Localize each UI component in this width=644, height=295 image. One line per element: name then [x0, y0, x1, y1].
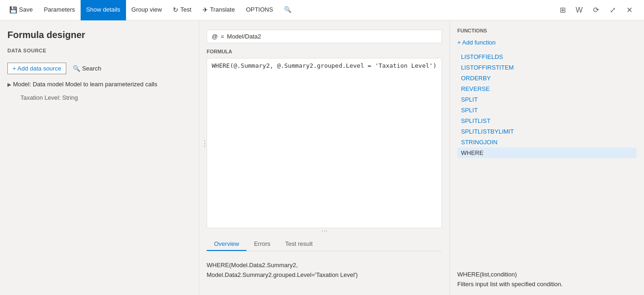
- tree-root-label: Model: Data model Model to learn paramet…: [13, 81, 157, 88]
- toolbar-save[interactable]: 💾 Save: [4, 0, 38, 20]
- tree-toggle-icon[interactable]: ▶: [7, 82, 11, 88]
- function-item-split2[interactable]: SPLIT: [457, 105, 637, 115]
- toolbar-translate[interactable]: ✈ Translate: [197, 0, 240, 20]
- page-title: Formula designer: [7, 30, 191, 40]
- toolbar-options[interactable]: OPTIONS: [240, 0, 279, 20]
- tab-overview[interactable]: Overview: [207, 237, 246, 251]
- search-icon: 🔍: [73, 65, 80, 72]
- formula-result-line1: WHERE(Model.Data2.Summary2,: [207, 261, 442, 270]
- tabs-bar: Overview Errors Test result: [207, 237, 442, 251]
- function-item-stringjoin[interactable]: STRINGJOIN: [457, 137, 637, 148]
- function-item-where[interactable]: WHERE: [457, 148, 637, 158]
- formula-result: WHERE(Model.Data2.Summary2, Model.Data2.…: [207, 261, 442, 280]
- tree-child-label: Taxation Level: String: [20, 94, 78, 101]
- tab-overview-content: WHERE(Model.Data2.Summary2, Model.Data2.…: [207, 255, 442, 286]
- save-icon: 💾: [9, 6, 17, 13]
- toolbar-test[interactable]: ↻ Test: [167, 0, 197, 20]
- function-item-reverse[interactable]: REVERSE: [457, 83, 637, 94]
- translate-icon: ✈: [202, 6, 208, 13]
- toolbar-parameters-label: Parameters: [44, 6, 75, 13]
- toolbar-group-view-label: Group view: [132, 6, 162, 13]
- reload-icon[interactable]: ⟳: [588, 3, 603, 18]
- center-panel: @ = Model/Data2 FORMULA ⋮ ⋯ Overview Err…: [199, 20, 449, 295]
- toolbar: 💾 Save Parameters Show details Group vie…: [0, 0, 644, 20]
- search-label: Search: [82, 65, 101, 72]
- tab-test-result[interactable]: Test result: [278, 237, 320, 251]
- word-icon[interactable]: W: [572, 3, 587, 18]
- tree-root-item[interactable]: ▶ Model: Data model Model to learn param…: [7, 80, 191, 89]
- tree-child-item: Taxation Level: String: [7, 94, 191, 101]
- toolbar-right-icons: ⊞ W ⟳ ⤢ ✕: [555, 3, 640, 18]
- add-function-button[interactable]: + Add function: [457, 38, 637, 47]
- toolbar-options-label: OPTIONS: [246, 6, 273, 13]
- function-description: Filters input list with specified condit…: [457, 281, 637, 288]
- tab-errors[interactable]: Errors: [246, 237, 278, 251]
- right-panel: FUNCTIONS + Add function LISTOFFIELDS LI…: [449, 20, 644, 295]
- toolbar-save-label: Save: [19, 6, 33, 13]
- toolbar-show-details[interactable]: Show details: [81, 0, 126, 20]
- formula-section-label: FORMULA: [207, 49, 442, 54]
- toolbar-test-label: Test: [180, 6, 191, 13]
- main-content: Formula designer DATA SOURCE + Add data …: [0, 20, 644, 295]
- formula-bar-equals: =: [221, 33, 224, 40]
- toolbar-search[interactable]: 🔍: [278, 0, 297, 20]
- close-icon[interactable]: ✕: [622, 3, 637, 18]
- function-item-orderby[interactable]: ORDERBY: [457, 73, 637, 83]
- expand-icon[interactable]: ⤢: [605, 3, 620, 18]
- grid-icon[interactable]: ⊞: [555, 3, 570, 18]
- drag-handle-horizontal[interactable]: ⋯: [207, 228, 442, 234]
- function-item-splitlist[interactable]: SPLITLIST: [457, 115, 637, 126]
- add-datasource-button[interactable]: + Add data source: [7, 63, 66, 74]
- left-panel: Formula designer DATA SOURCE + Add data …: [0, 20, 199, 295]
- function-item-splitlistbylimit[interactable]: SPLITLISTBYLIMIT: [457, 126, 637, 137]
- function-signature: WHERE(list,condition): [457, 271, 637, 278]
- drag-handle-vertical[interactable]: ⋮: [201, 139, 208, 148]
- function-item-listoffields[interactable]: LISTOFFIELDS: [457, 51, 637, 62]
- datasource-toolbar: + Add data source 🔍 Search: [7, 63, 191, 74]
- formula-bar-prefix: @: [212, 33, 218, 40]
- datasource-section-label: DATA SOURCE: [7, 48, 191, 53]
- formula-bar: @ = Model/Data2: [207, 30, 442, 43]
- toolbar-translate-label: Translate: [210, 6, 235, 13]
- functions-section-label: FUNCTIONS: [457, 28, 637, 33]
- function-item-split1[interactable]: SPLIT: [457, 94, 637, 105]
- search-icon: 🔍: [284, 6, 291, 13]
- toolbar-parameters[interactable]: Parameters: [38, 0, 81, 20]
- formula-editor[interactable]: [207, 58, 442, 228]
- formula-editor-container: ⋮ ⋯: [207, 58, 442, 234]
- toolbar-show-details-label: Show details: [86, 6, 120, 13]
- functions-list: LISTOFFIELDS LISTOFFIRSTITEM ORDERBY REV…: [457, 51, 637, 266]
- formula-bar-value: Model/Data2: [227, 33, 261, 40]
- search-datasource-button[interactable]: 🔍 Search: [70, 63, 104, 74]
- formula-result-line2: Model.Data2.Summary2.grouped.Level='Taxa…: [207, 270, 442, 280]
- refresh-icon: ↻: [173, 6, 178, 13]
- toolbar-group-view[interactable]: Group view: [126, 0, 168, 20]
- function-item-listoffirstitem[interactable]: LISTOFFIRSTITEM: [457, 62, 637, 73]
